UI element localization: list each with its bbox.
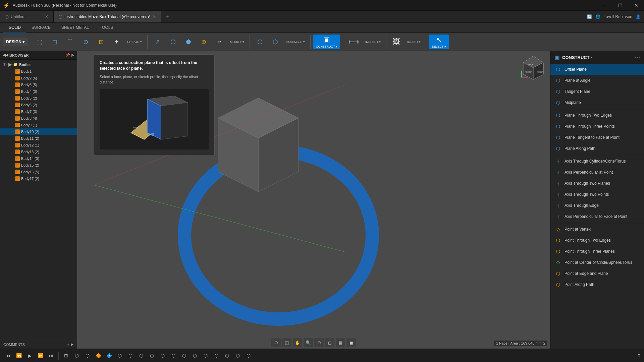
vp-home-btn[interactable]: ⊙ — [271, 338, 281, 347]
menu-item-point-two-edges[interactable]: ⬡ Point Through Two Edges — [550, 235, 644, 246]
menu-item-point-along-path[interactable]: ⬡ Point Along Path — [550, 279, 644, 290]
create-box-btn[interactable]: ◻ — [47, 35, 62, 49]
browser-item-body9[interactable]: 👁 Body9 (1) — [0, 122, 77, 128]
browser-item-body2[interactable]: 👁 Body2 (6) — [0, 75, 77, 81]
close-button[interactable]: ✕ — [629, 0, 644, 11]
select-btn[interactable]: ↖ SELECT ▾ — [429, 35, 448, 49]
browser-item-body7[interactable]: 👁 Body7 (3) — [0, 108, 77, 115]
inspect-more-btn[interactable]: INSPECT ▾ — [363, 35, 383, 49]
anim-btn16[interactable]: ⬡ — [222, 351, 232, 360]
step-back-btn[interactable]: ⏪ — [14, 351, 23, 360]
browser-item-body5[interactable]: 👁 Body5 (2) — [0, 95, 77, 102]
menu-item-plane-tangent-face[interactable]: ⬡ Plane Tangent to Face at Point — [550, 132, 644, 143]
anim-btn5[interactable]: 💠 — [104, 351, 114, 360]
anim-btn1[interactable]: ⊞ — [61, 351, 71, 360]
browser-item-bodies[interactable]: 👁 ▶ 📁 Bodies — [0, 61, 77, 68]
tab-sheet-metal[interactable]: SHEET METAL — [56, 23, 94, 33]
tab-untitled-close[interactable]: ✕ — [45, 14, 49, 19]
add-comment-btn[interactable]: + — [67, 343, 69, 347]
anim-btn18[interactable]: ⬡ — [244, 351, 253, 360]
anim-btn8[interactable]: ⬡ — [137, 351, 146, 360]
menu-item-axis-two-points[interactable]: ⟊ Axis Through Two Points — [550, 189, 644, 200]
viewport[interactable]: Creates a construction plane that is off… — [77, 51, 550, 349]
user-avatar[interactable]: 👤 — [636, 14, 641, 19]
tab-maze-close[interactable]: ✕ — [152, 14, 156, 19]
browser-item-body1[interactable]: 👁 Body1 — [0, 68, 77, 75]
tab-maze[interactable]: ⬡ Instructables Maze Box Tutorial (v1~re… — [54, 11, 161, 22]
step-forward-btn[interactable]: ⏩ — [36, 351, 45, 360]
assemble-rigid-btn[interactable]: ⬡ — [268, 35, 283, 49]
menu-item-axis-cylinder[interactable]: ⟊ Axis Through Cylinder/Cone/Torus — [550, 156, 644, 167]
anim-btn11[interactable]: ⬡ — [169, 351, 178, 360]
anim-btn10[interactable]: ⬡ — [158, 351, 167, 360]
anim-btn13[interactable]: ⬡ — [190, 351, 200, 360]
create-new-component-btn[interactable]: ⬚ — [32, 35, 47, 49]
modify-chamfer-btn[interactable]: ⬟ — [181, 35, 196, 49]
menu-item-point-edge-plane[interactable]: ⬡ Point at Edge and Plane — [550, 268, 644, 279]
menu-item-axis-perp-point[interactable]: ⟊ Axis Perpendicular at Point — [550, 167, 644, 178]
tab-surface[interactable]: SURFACE — [26, 23, 56, 33]
sync-icon[interactable]: 🔄 — [587, 14, 592, 19]
modify-more-btn[interactable]: MODIFY ▾ — [227, 35, 247, 49]
menu-item-axis-edge[interactable]: ⟊ Axis Through Edge — [550, 200, 644, 211]
browser-item-body11[interactable]: 👁 Body11 (2) — [0, 135, 77, 142]
menu-item-offset-plane[interactable]: ⬡ Offset Plane — [550, 64, 644, 75]
create-extrude-btn[interactable]: ⊞ — [94, 35, 108, 49]
menu-item-point-vertex[interactable]: ◇ Point at Vertex — [550, 224, 644, 235]
bodies-eye-icon[interactable]: 👁 — [3, 63, 6, 67]
browser-item-body3[interactable]: 👁 Body3 (5) — [0, 81, 77, 88]
insert-btn[interactable]: 🖼 — [389, 35, 404, 49]
anim-btn3[interactable]: ⬡ — [83, 351, 92, 360]
expand-comments-btn[interactable]: ▶ — [71, 342, 73, 347]
browser-item-body4[interactable]: 👁 Body4 (3) — [0, 88, 77, 95]
browser-item-body17[interactable]: 👁 Body17 (2) — [0, 175, 77, 182]
vp-grid-btn[interactable]: ▦ — [336, 338, 345, 347]
modify-press-pull-btn[interactable]: ↗ — [150, 35, 165, 49]
globe-icon[interactable]: 🌐 — [595, 14, 600, 19]
play-btn[interactable]: ▶ — [25, 351, 34, 360]
menu-item-tangent-plane[interactable]: ⬡ Tangent Plane — [550, 86, 644, 97]
create-more-btn[interactable]: CREATE ▾ — [124, 35, 144, 49]
menu-item-plane-two-edges[interactable]: ⬡ Plane Through Two Edges — [550, 110, 644, 121]
modify-combine-btn[interactable]: ⊕ — [197, 35, 211, 49]
browser-item-body6[interactable]: 👁 Body6 (2) — [0, 102, 77, 108]
create-cylinder-btn[interactable]: ⌒ — [63, 35, 77, 49]
menu-item-plane-three-points[interactable]: ⬡ Plane Through Three Points — [550, 121, 644, 132]
browser-expand-btn[interactable]: ▶ — [71, 53, 74, 57]
assemble-more-btn[interactable]: ASSEMBLE ▾ — [283, 35, 308, 49]
insert-more-btn[interactable]: INSERT ▾ — [405, 35, 423, 49]
design-mode-button[interactable]: DESIGN ▾ — [3, 38, 28, 46]
construct-more-btn[interactable]: ▣ CONSTRUCT ▾ — [313, 35, 340, 49]
menu-item-axis-perp-face[interactable]: ⟊ Axis Perpendicular to Face at Point — [550, 211, 644, 222]
anim-btn12[interactable]: ⬡ — [179, 351, 189, 360]
collapse-left-icon[interactable]: ◀◀ — [3, 53, 8, 57]
browser-collapse-btn[interactable]: 📌 — [65, 53, 70, 57]
anim-btn7[interactable]: ⬡ — [126, 351, 135, 360]
anim-btn2[interactable]: ⬡ — [72, 351, 82, 360]
skip-start-btn[interactable]: ⏮ — [3, 351, 13, 360]
view-cube[interactable]: TOP FRONT RIGHT — [520, 54, 547, 81]
browser-item-body12[interactable]: 👁 Body12 (1) — [0, 142, 77, 148]
minimize-button[interactable]: — — [596, 0, 612, 11]
vp-display-settings-btn[interactable]: ◻ — [325, 338, 334, 347]
modify-move-btn[interactable]: ↔ — [212, 35, 227, 49]
anim-btn4[interactable]: 🔶 — [94, 351, 103, 360]
anim-btn17[interactable]: ⬡ — [233, 351, 243, 360]
create-sphere-btn[interactable]: ⊙ — [78, 35, 93, 49]
skip-end-btn[interactable]: ⏭ — [46, 351, 56, 360]
anim-btn9[interactable]: ⬡ — [147, 351, 157, 360]
menu-item-plane-along-path[interactable]: ⬡ Plane Along Path — [550, 143, 644, 154]
browser-item-body15[interactable]: 👁 Body15 (2) — [0, 162, 77, 169]
settings-icon[interactable]: ⚙ — [637, 353, 641, 357]
browser-item-body16[interactable]: 👁 Body16 (5) — [0, 169, 77, 175]
anim-btn6[interactable]: ⬡ — [115, 351, 124, 360]
vp-pan-btn[interactable]: ✋ — [293, 338, 302, 347]
browser-item-body14[interactable]: 👁 Body14 (3) — [0, 155, 77, 162]
construct-menu-more[interactable]: ⋯ — [634, 54, 640, 61]
vp-zoom-btn[interactable]: 🔍 — [304, 338, 313, 347]
new-tab-button[interactable]: + — [161, 11, 173, 22]
tab-tools[interactable]: TOOLS — [94, 23, 118, 33]
bodies-arrow-icon[interactable]: ▶ — [8, 62, 12, 67]
inspect-btn[interactable]: ⟼ — [346, 35, 362, 49]
browser-item-body8[interactable]: 👁 Body8 (4) — [0, 115, 77, 122]
